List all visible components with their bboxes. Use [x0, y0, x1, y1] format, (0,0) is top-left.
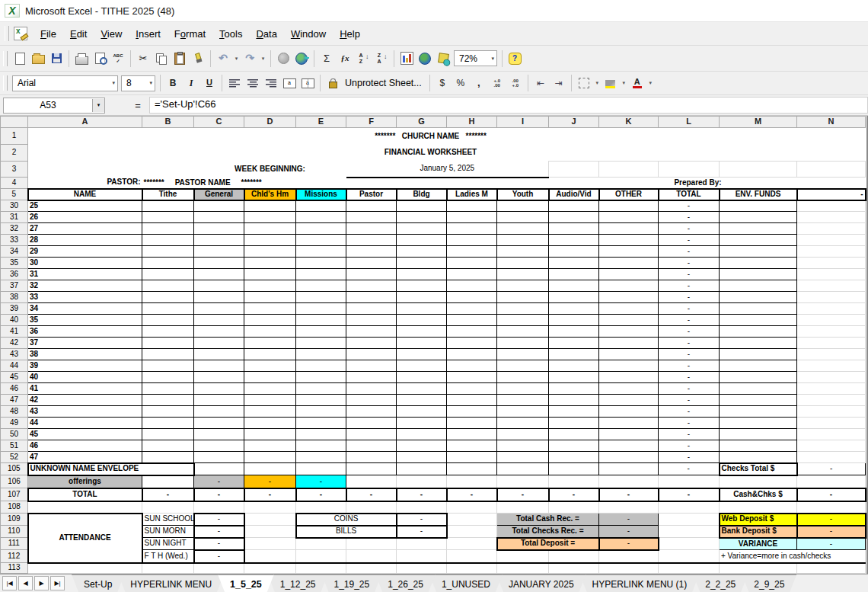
sheet-tab-1-5-25[interactable]: 1_5_25 — [218, 574, 274, 592]
cell-D35[interactable] — [244, 258, 296, 269]
menu-window[interactable]: Window — [284, 25, 333, 43]
cell-F31[interactable] — [346, 212, 397, 223]
cell-G4[interactable] — [397, 178, 447, 189]
row-header-36[interactable]: 36 — [1, 269, 28, 280]
column-header-K[interactable]: K — [599, 117, 659, 128]
cell-K105[interactable] — [599, 463, 659, 475]
toolbar-grip[interactable] — [3, 51, 8, 66]
next-sheet-button[interactable]: ▶ — [34, 576, 49, 590]
cell-H52[interactable] — [447, 452, 497, 463]
cell-L110[interactable] — [659, 526, 720, 538]
cell-B1[interactable]: ******* CHURCH NAME ******* — [142, 128, 720, 145]
cell-D48[interactable] — [244, 406, 296, 418]
cell-K49[interactable] — [599, 418, 659, 429]
cell-D50[interactable] — [244, 429, 296, 440]
cell-E113[interactable] — [296, 563, 346, 574]
cell-N38[interactable] — [797, 292, 866, 303]
cell-A44[interactable]: 39 — [28, 360, 142, 372]
cell-G42[interactable] — [397, 338, 447, 349]
cell-G109[interactable]: - — [397, 514, 447, 526]
cell-I48[interactable] — [497, 406, 549, 418]
column-header-N[interactable]: N — [797, 117, 866, 128]
cell-C40[interactable] — [194, 315, 244, 326]
cell-F33[interactable] — [346, 235, 397, 246]
cell-I43[interactable] — [497, 349, 549, 360]
cell-F52[interactable] — [346, 452, 397, 463]
cell-A40[interactable]: 35 — [28, 315, 142, 326]
cell-G44[interactable] — [397, 360, 447, 372]
column-header-L[interactable]: L — [659, 117, 720, 128]
cell-A32[interactable]: 27 — [28, 223, 142, 235]
cell-E40[interactable] — [296, 315, 346, 326]
cell-F51[interactable] — [346, 440, 397, 452]
cell-J51[interactable] — [549, 440, 599, 452]
cell-C108[interactable] — [194, 501, 244, 514]
cell-M42[interactable] — [720, 338, 797, 349]
column-header-D[interactable]: D — [244, 117, 296, 128]
cell-E109[interactable]: COINS — [296, 514, 397, 526]
cell-K106[interactable] — [599, 475, 659, 488]
cell-H34[interactable] — [447, 246, 497, 258]
cell-I52[interactable] — [497, 452, 549, 463]
row-header-35[interactable]: 35 — [1, 258, 28, 269]
cell-N34[interactable] — [797, 246, 866, 258]
last-sheet-button[interactable]: ▶| — [50, 576, 65, 590]
cell-N50[interactable] — [797, 429, 866, 440]
cell-I45[interactable] — [497, 372, 549, 383]
cell-D39[interactable] — [244, 303, 296, 315]
cell-E39[interactable] — [296, 303, 346, 315]
cell-H45[interactable] — [447, 372, 497, 383]
spelling-button[interactable]: ABC ✓ — [109, 50, 127, 68]
cell-A30[interactable]: 25 — [28, 200, 142, 212]
row-header-49[interactable]: 49 — [1, 418, 28, 429]
cell-F5[interactable]: Pastor — [346, 189, 397, 200]
cell-A47[interactable]: 42 — [28, 395, 142, 406]
row-header-31[interactable]: 31 — [1, 212, 28, 223]
cell-M33[interactable] — [720, 235, 797, 246]
cell-N3[interactable] — [797, 162, 866, 178]
cell-B32[interactable] — [142, 223, 194, 235]
cell-F49[interactable] — [346, 418, 397, 429]
cell-G5[interactable]: Bldg — [397, 189, 447, 200]
cell-L50[interactable]: - — [659, 429, 720, 440]
cell-H107[interactable]: - — [447, 488, 497, 501]
cell-C52[interactable] — [194, 452, 244, 463]
cell-G40[interactable] — [397, 315, 447, 326]
cell-C39[interactable] — [194, 303, 244, 315]
cell-F46[interactable] — [346, 383, 397, 395]
cell-A4[interactable]: PASTOR: — [28, 178, 142, 189]
cell-N51[interactable] — [797, 440, 866, 452]
cell-C51[interactable] — [194, 440, 244, 452]
align-right-button[interactable] — [262, 74, 280, 92]
cell-G48[interactable] — [397, 406, 447, 418]
cell-D41[interactable] — [244, 326, 296, 338]
cell-I31[interactable] — [497, 212, 549, 223]
row-header-34[interactable]: 34 — [1, 246, 28, 258]
cell-N4[interactable] — [797, 178, 866, 189]
paste-function-button[interactable]: ƒx — [336, 50, 354, 68]
cell-C31[interactable] — [194, 212, 244, 223]
cell-K112[interactable] — [599, 550, 659, 563]
cell-H44[interactable] — [447, 360, 497, 372]
row-header-109[interactable]: 109 — [1, 514, 28, 526]
cell-G35[interactable] — [397, 258, 447, 269]
sheet-tab-2-9-25[interactable]: 2_9_25 — [742, 574, 796, 592]
cell-A39[interactable]: 34 — [28, 303, 142, 315]
cell-K33[interactable] — [599, 235, 659, 246]
cell-C38[interactable] — [194, 292, 244, 303]
cell-C46[interactable] — [194, 383, 244, 395]
unprotect-sheet-label[interactable]: Unprotect Sheet... — [345, 78, 422, 88]
cell-M48[interactable] — [720, 406, 797, 418]
cell-A52[interactable]: 47 — [28, 452, 142, 463]
align-left-button[interactable] — [225, 74, 244, 92]
cell-N33[interactable] — [797, 235, 866, 246]
row-header-41[interactable]: 41 — [1, 326, 28, 338]
cell-L34[interactable]: - — [659, 246, 720, 258]
cell-I4[interactable] — [497, 178, 549, 189]
cell-H109[interactable] — [447, 514, 497, 526]
cell-B51[interactable] — [142, 440, 194, 452]
cell-J36[interactable] — [549, 269, 599, 280]
cell-C37[interactable] — [194, 280, 244, 292]
merge-center-button[interactable] — [298, 74, 317, 92]
cell-M110[interactable]: Bank Deposit $ — [720, 526, 797, 538]
